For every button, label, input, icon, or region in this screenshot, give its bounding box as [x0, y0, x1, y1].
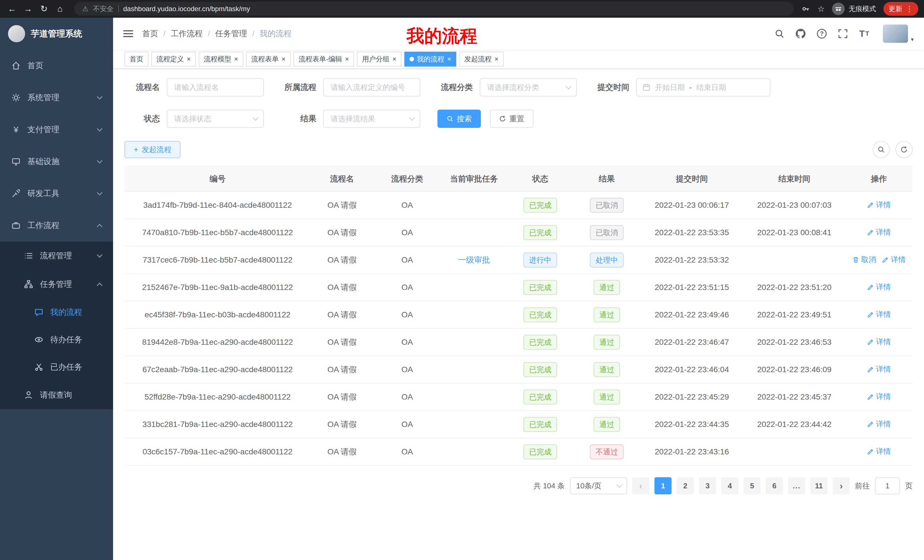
- sidebar-item-devtools[interactable]: 研发工具: [0, 178, 113, 210]
- breadcrumb-task-mgmt[interactable]: 任务管理: [215, 28, 247, 39]
- result-select[interactable]: 请选择流结果: [323, 109, 420, 128]
- github-icon[interactable]: [796, 29, 806, 39]
- pager-page-4[interactable]: 4: [721, 477, 738, 494]
- tab[interactable]: 流程模型 ×: [199, 52, 243, 66]
- detail-action[interactable]: 详情: [867, 227, 891, 237]
- tab-close-icon[interactable]: ×: [345, 55, 349, 63]
- browser-back-icon[interactable]: ←: [6, 3, 18, 15]
- tab[interactable]: 流程表单 ×: [246, 52, 291, 66]
- browser-reload-icon[interactable]: ↻: [38, 3, 50, 15]
- page-size-select[interactable]: 10条/页: [570, 477, 627, 494]
- category-select[interactable]: 请选择流程分类: [480, 78, 577, 96]
- sidebar-item-todo-tasks[interactable]: 待办任务: [0, 326, 113, 353]
- detail-action[interactable]: 详情: [867, 309, 891, 319]
- pager-page-6[interactable]: 6: [766, 477, 783, 494]
- reset-button[interactable]: 重置: [490, 109, 533, 128]
- tab[interactable]: 发起流程 ×: [459, 52, 504, 66]
- task-link[interactable]: 一级审批: [458, 256, 490, 264]
- browser-forward-icon[interactable]: →: [22, 3, 34, 15]
- tab[interactable]: 流程定义 ×: [152, 52, 196, 66]
- detail-action[interactable]: 详情: [867, 392, 891, 401]
- eye-icon: [34, 335, 44, 344]
- tab-close-icon[interactable]: ×: [495, 55, 498, 63]
- sidebar-item-process-mgmt[interactable]: 流程管理: [0, 241, 113, 270]
- status-select[interactable]: 请选择状态: [167, 109, 264, 128]
- detail-action[interactable]: 详情: [867, 364, 891, 374]
- tab-close-icon[interactable]: ×: [282, 55, 285, 63]
- tab-close-icon[interactable]: ×: [187, 55, 191, 63]
- cell-status: 已完成: [507, 438, 573, 466]
- detail-action[interactable]: 详情: [867, 200, 891, 210]
- pager-page-11[interactable]: 11: [810, 477, 828, 494]
- tab[interactable]: 流程表单-编辑 ×: [294, 52, 354, 66]
- sidebar-item-system[interactable]: 系统管理: [0, 82, 113, 114]
- process-name-input[interactable]: [167, 78, 264, 96]
- browser-home-icon[interactable]: ⌂: [54, 3, 66, 15]
- fullscreen-icon[interactable]: [838, 29, 848, 39]
- detail-action[interactable]: 详情: [867, 419, 891, 429]
- tab[interactable]: 用户分组 ×: [357, 52, 402, 66]
- font-size-icon[interactable]: TT: [859, 28, 869, 39]
- status-tag: 已完成: [524, 280, 557, 295]
- column-header: 流程分类: [374, 166, 441, 192]
- detail-action[interactable]: 详情: [867, 282, 891, 292]
- sidebar-item-home[interactable]: 首页: [0, 49, 113, 82]
- cell-submit-time: 2022-01-22 23:46:47: [640, 328, 744, 356]
- pager-page-1[interactable]: 1: [654, 477, 672, 494]
- cell-result: 通过: [573, 301, 640, 328]
- submit-time-range-picker[interactable]: 开始日期 - 结束日期: [636, 78, 770, 96]
- sidebar-item-my-process[interactable]: 我的流程: [0, 298, 113, 326]
- tab[interactable]: 首页: [124, 52, 148, 66]
- key-icon[interactable]: [801, 4, 810, 13]
- detail-action[interactable]: 详情: [867, 337, 891, 347]
- tab-close-icon[interactable]: ×: [234, 55, 238, 63]
- tab-label: 流程模型: [204, 54, 231, 64]
- sidebar-item-done-tasks[interactable]: 已办任务: [0, 353, 113, 381]
- goto-page-input[interactable]: [875, 477, 900, 494]
- cell-name: OA 请假: [310, 438, 374, 466]
- status-tag: 已完成: [524, 225, 557, 240]
- cell-actions: 详情: [845, 356, 913, 383]
- sidebar-item-workflow[interactable]: 工作流程: [0, 210, 113, 241]
- tab-close-icon[interactable]: ×: [392, 55, 396, 63]
- breadcrumb-home[interactable]: 首页: [142, 28, 158, 39]
- pager-ellipsis[interactable]: ...: [788, 477, 805, 494]
- pager-page-3[interactable]: 3: [699, 477, 716, 494]
- user-menu[interactable]: ▾: [883, 24, 914, 43]
- browser-menu-icon[interactable]: ⋮: [906, 4, 913, 13]
- sidebar-item-leave-query[interactable]: 请假查询: [0, 381, 113, 409]
- result-tag: 通过: [594, 280, 620, 295]
- prev-page-button[interactable]: ‹: [632, 477, 650, 494]
- pager-page-2[interactable]: 2: [677, 477, 694, 494]
- search-button[interactable]: 搜索: [438, 109, 481, 128]
- create-process-button[interactable]: + 发起流程: [124, 141, 180, 158]
- column-header: 结果: [573, 166, 640, 192]
- process-definition-input[interactable]: [323, 78, 420, 96]
- address-bar[interactable]: ⚠ 不安全 dashboard.yudao.iocoder.cn/bpm/tas…: [74, 2, 794, 16]
- pager-page-5[interactable]: 5: [744, 477, 760, 494]
- detail-action[interactable]: 详情: [882, 255, 906, 265]
- search-icon[interactable]: [775, 29, 784, 39]
- detail-action[interactable]: 详情: [867, 446, 891, 457]
- sidebar-item-infrastructure[interactable]: 基础设施: [0, 145, 113, 178]
- column-header: 编号: [124, 166, 310, 192]
- status-tag: 已完成: [524, 362, 557, 377]
- tab-close-icon[interactable]: ×: [447, 55, 451, 63]
- breadcrumb-workflow[interactable]: 工作流程: [171, 28, 203, 39]
- hamburger-icon[interactable]: [123, 30, 133, 37]
- sidebar-item-payment[interactable]: ¥ 支付管理: [0, 114, 113, 145]
- tab[interactable]: 我的流程 ×: [404, 52, 456, 66]
- scissors-icon: [34, 362, 44, 371]
- refresh-table-button[interactable]: [896, 141, 913, 158]
- help-icon[interactable]: ?: [817, 29, 826, 39]
- sidebar-item-task-mgmt[interactable]: 任务管理: [0, 270, 113, 298]
- next-page-button[interactable]: ›: [832, 477, 850, 494]
- toggle-search-button[interactable]: [873, 141, 890, 158]
- delete-icon: [852, 256, 860, 264]
- cell-status: 已完成: [507, 411, 573, 438]
- cancel-action[interactable]: 取消: [852, 255, 876, 265]
- browser-update-button[interactable]: 更新 ⋮: [884, 2, 918, 16]
- table-row: 819442e8-7b9a-11ec-a290-acde48001122 OA …: [124, 328, 913, 356]
- navbar: 首页 / 工作流程 / 任务管理 / 我的流程 ?: [113, 18, 924, 49]
- bookmark-star-icon[interactable]: ☆: [818, 4, 825, 14]
